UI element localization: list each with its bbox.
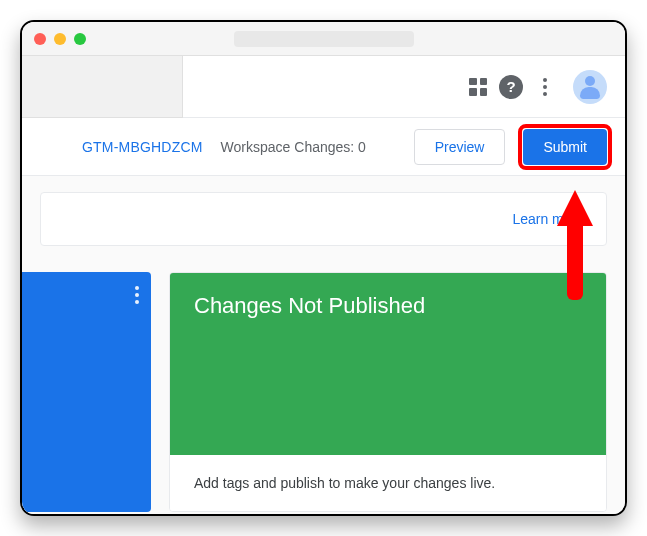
more-vert-icon[interactable]	[135, 286, 139, 304]
container-id-link[interactable]: GTM-MBGHDZCM	[82, 139, 203, 155]
changes-card: Changes Not Published Add tags and publi…	[169, 272, 607, 512]
logo-placeholder	[21, 56, 183, 118]
maximize-window-button[interactable]	[74, 33, 86, 45]
info-banner: Learn more	[40, 192, 607, 246]
changes-card-subtitle: Add tags and publish to make your change…	[170, 455, 606, 511]
preview-button[interactable]: Preview	[414, 129, 506, 165]
close-window-button[interactable]	[34, 33, 46, 45]
container-toolbar: GTM-MBGHDZCM Workspace Changes: 0 Previe…	[22, 118, 625, 176]
minimize-window-button[interactable]	[54, 33, 66, 45]
learn-more-link[interactable]: Learn more	[512, 211, 584, 227]
traffic-lights	[34, 33, 86, 45]
address-bar[interactable]	[234, 31, 414, 47]
person-icon	[579, 76, 601, 98]
workspace-changes-label: Workspace Changes: 0	[221, 139, 366, 155]
more-vert-icon[interactable]	[535, 78, 555, 96]
avatar[interactable]	[573, 70, 607, 104]
submit-button[interactable]: Submit	[523, 129, 607, 165]
content-area: Learn more Changes Not Published Add tag…	[22, 176, 625, 514]
help-icon[interactable]: ?	[499, 75, 523, 99]
workspace-card[interactable]	[21, 272, 151, 512]
changes-card-header: Changes Not Published	[170, 273, 606, 455]
mac-titlebar	[22, 22, 625, 56]
workspace-changes-count: 0	[358, 139, 366, 155]
changes-card-title: Changes Not Published	[194, 293, 582, 319]
browser-window: ? GTM-MBGHDZCM Workspace Changes: 0 Prev…	[20, 20, 627, 516]
cards-row: Changes Not Published Add tags and publi…	[22, 272, 625, 512]
apps-grid-icon[interactable]	[469, 78, 487, 96]
